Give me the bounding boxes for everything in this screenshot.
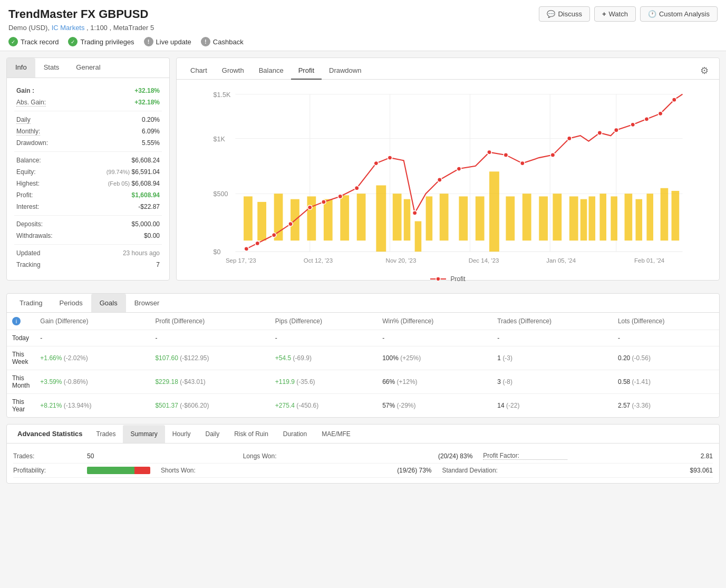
track-record-badge: ✓ Track record — [8, 37, 59, 46]
svg-text:Jan 05, '24: Jan 05, '24 — [546, 257, 576, 264]
chart-panel: Chart Growth Balance Profit Drawdown ⚙ $… — [176, 57, 720, 281]
live-update-badge: ! Live update — [144, 37, 191, 46]
lots-month: 0.58 (-1.41) — [613, 370, 719, 394]
svg-point-45 — [255, 241, 259, 245]
svg-point-64 — [631, 122, 635, 127]
svg-text:$0: $0 — [214, 248, 221, 256]
svg-rect-42 — [661, 188, 669, 240]
tab-periods[interactable]: Periods — [51, 294, 91, 312]
withdrawals-label: Withdrawals: — [16, 232, 53, 239]
trades-value: 50 — [87, 452, 233, 460]
track-record-icon: ✓ — [8, 37, 18, 46]
tab-balance[interactable]: Balance — [251, 62, 291, 80]
gain-month: +3.59% (-0.86%) — [35, 370, 150, 394]
trades-label: Trades: — [13, 452, 87, 460]
svg-text:Dec 14, '23: Dec 14, '23 — [469, 257, 499, 264]
svg-rect-25 — [426, 196, 433, 240]
profit-factor-label[interactable]: Profit Factor: — [483, 452, 567, 460]
interest-label: Interest: — [16, 203, 39, 210]
col-gain: Gain (Difference) — [35, 313, 150, 330]
tab-trades[interactable]: Trades — [89, 425, 123, 443]
tab-info[interactable]: Info — [7, 58, 35, 78]
chart-area: $1.5K $1K $500 $0 — [177, 80, 719, 280]
equity-percent: (99.74%) — [107, 169, 130, 175]
tab-summary[interactable]: Summary — [123, 425, 164, 443]
advanced-stats-content: Trades: 50 Longs Won: (20/24) 83% Profit… — [7, 444, 719, 483]
profitability-bar — [87, 467, 150, 474]
trades-today: - — [492, 330, 613, 346]
info-icon: i — [12, 317, 21, 325]
monthly-label[interactable]: Monthly: — [16, 128, 40, 136]
svg-point-60 — [550, 153, 555, 157]
broker-link[interactable]: IC Markets — [52, 24, 85, 32]
pips-year: +275.4 (-450.6) — [270, 394, 377, 418]
svg-point-65 — [644, 117, 648, 121]
settings-icon[interactable]: ⚙ — [696, 63, 713, 79]
daily-label[interactable]: Daily — [16, 116, 31, 124]
lots-today: - — [613, 330, 719, 346]
profit-label: Profit: — [16, 191, 33, 199]
svg-point-56 — [457, 167, 461, 171]
watch-button[interactable]: + Watch — [594, 6, 636, 22]
tab-drawdown[interactable]: Drawdown — [322, 62, 369, 80]
svg-rect-30 — [506, 196, 515, 240]
svg-rect-36 — [589, 196, 596, 240]
tab-profit-chart[interactable]: Profit — [291, 62, 322, 80]
advanced-title: Advanced Statistics — [11, 425, 89, 443]
tracking-label: Tracking — [16, 261, 41, 268]
svg-rect-38 — [611, 196, 617, 240]
svg-rect-20 — [357, 194, 366, 240]
custom-analysis-button[interactable]: 🕐 Custom Analysis — [640, 6, 718, 22]
profit-month: $229.18 (-$43.01) — [150, 370, 269, 394]
drawdown-value: 5.55% — [76, 138, 162, 148]
clock-icon: 🕐 — [648, 10, 656, 18]
gain-value: +32.18% — [76, 85, 162, 96]
trading-privileges-icon: ✓ — [68, 37, 78, 46]
svg-rect-23 — [404, 199, 411, 241]
trading-table: i Gain (Difference) Profit (Difference) … — [7, 313, 719, 417]
svg-rect-32 — [539, 196, 548, 240]
abs-gain-value: +32.18% — [76, 97, 162, 108]
tab-stats[interactable]: Stats — [35, 58, 68, 78]
col-profit: Profit (Difference) — [150, 313, 269, 330]
svg-text:$500: $500 — [214, 190, 228, 198]
tab-mae-mfe[interactable]: MAE/MFE — [314, 425, 358, 443]
pips-today: - — [270, 330, 377, 346]
profit-week: $107.60 (-$122.95) — [150, 346, 269, 370]
gain-week: +1.66% (-2.02%) — [35, 346, 150, 370]
col-pips: Pips (Difference) — [270, 313, 377, 330]
chart-tab-bar: Chart Growth Balance Profit Drawdown ⚙ — [177, 58, 719, 80]
tab-chart[interactable]: Chart — [183, 62, 215, 80]
shorts-won-label: Shorts Won: — [161, 467, 245, 474]
trading-tab-bar: Trading Periods Goals Browser — [7, 294, 719, 313]
svg-rect-40 — [636, 199, 643, 241]
monthly-value: 6.09% — [76, 126, 162, 137]
balance-label: Balance: — [16, 157, 41, 164]
lots-week: 0.20 (-0.56) — [613, 346, 719, 370]
withdrawals-value: $0.00 — [76, 230, 162, 241]
period-week: This Week — [7, 346, 35, 370]
deposits-value: $5,000.00 — [76, 219, 162, 229]
svg-rect-26 — [440, 194, 449, 240]
svg-point-63 — [614, 128, 618, 132]
tab-goals[interactable]: Goals — [91, 294, 126, 312]
svg-text:Feb 01, '24: Feb 01, '24 — [634, 257, 665, 264]
svg-point-46 — [272, 233, 276, 237]
discuss-button[interactable]: 💬 Discuss — [539, 6, 590, 22]
win-year: 57% (-29%) — [377, 394, 492, 418]
gain-today: - — [35, 330, 150, 346]
tab-risk-of-ruin[interactable]: Risk of Ruin — [227, 425, 276, 443]
highest-amount: $6,608.94 — [132, 180, 160, 187]
col-win: Win% (Difference) — [377, 313, 492, 330]
tab-trading[interactable]: Trading — [11, 294, 51, 312]
tab-growth[interactable]: Growth — [215, 62, 251, 80]
svg-rect-21 — [376, 185, 386, 252]
tab-browser[interactable]: Browser — [126, 294, 168, 312]
svg-rect-24 — [415, 221, 422, 252]
tab-duration[interactable]: Duration — [276, 425, 314, 443]
tab-hourly[interactable]: Hourly — [165, 425, 198, 443]
cashback-badge: ! Cashback — [201, 37, 244, 46]
page-title: TrendMaster FX GBPUSD — [8, 7, 148, 21]
tab-general[interactable]: General — [67, 58, 109, 78]
tab-daily[interactable]: Daily — [198, 425, 227, 443]
